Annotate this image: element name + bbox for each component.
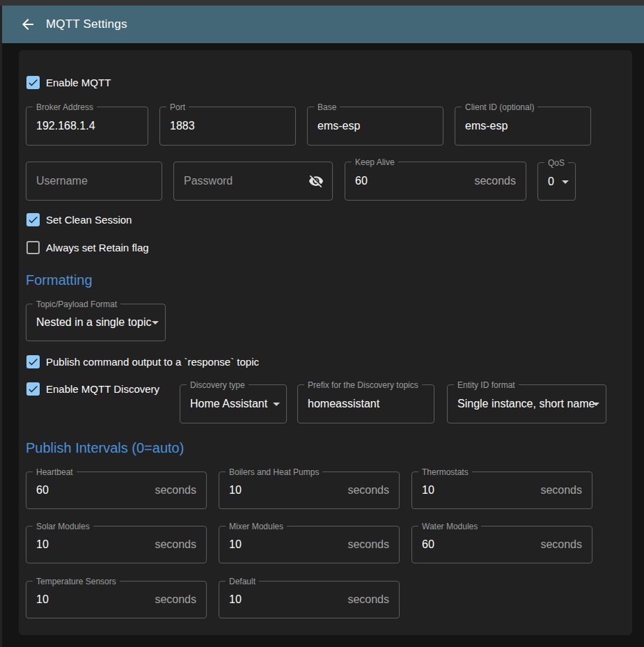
broker-address-field: Broker Address	[26, 107, 148, 146]
settings-card: Enable MQTT Broker Address Port Base Cli…	[19, 50, 632, 635]
discovery-prefix-label: Prefix for the Discovery topics	[304, 380, 422, 391]
qos-value: 0	[548, 176, 554, 188]
client-id-field: Client ID (optional)	[455, 107, 591, 146]
keep-alive-field: Keep Alive seconds	[345, 162, 526, 201]
retain-flag-checkbox[interactable]	[26, 241, 40, 254]
base-input[interactable]	[308, 107, 443, 145]
discovery-prefix-field: Prefix for the Discovery topics	[297, 384, 434, 423]
qos-label: QoS	[544, 157, 568, 169]
default-interval-field: Default seconds	[219, 581, 400, 618]
qos-select[interactable]: QoS 0	[537, 162, 576, 201]
entity-id-format-value: Single instance, short name	[457, 398, 595, 410]
mixer-modules-field: Mixer Modules seconds	[219, 526, 400, 563]
chevron-down-icon	[273, 403, 280, 406]
thermostats-label: Thermostats	[418, 467, 472, 478]
toggle-password-visibility-button[interactable]	[306, 171, 326, 191]
appbar: MQTT Settings	[2, 6, 644, 43]
port-input[interactable]	[160, 107, 295, 145]
topic-format-label: Topic/Payload Format	[33, 299, 120, 310]
discovery-type-select[interactable]: Discovery type Home Assistant	[180, 384, 287, 423]
port-label: Port	[166, 102, 189, 113]
password-field	[173, 162, 333, 201]
base-label: Base	[314, 102, 340, 113]
discovery-type-label: Discovery type	[187, 380, 249, 391]
enable-mqtt-checkbox[interactable]	[26, 76, 40, 89]
entity-id-format-label: Entity ID format	[454, 380, 519, 391]
keep-alive-label: Keep Alive	[352, 157, 398, 168]
visibility-off-icon	[308, 173, 324, 189]
mixer-modules-label: Mixer Modules	[226, 521, 287, 532]
back-button[interactable]	[19, 16, 36, 33]
publish-intervals-heading: Publish Intervals (0=auto)	[26, 440, 184, 456]
window-left-strip	[0, 6, 2, 647]
window-top-strip	[0, 0, 644, 6]
solar-modules-field: Solar Modules seconds	[26, 526, 207, 563]
boilers-field: Boilers and Heat Pumps seconds	[219, 471, 400, 509]
enable-mqtt-label: Enable MQTT	[46, 76, 111, 90]
discovery-prefix-input[interactable]	[298, 385, 434, 423]
clean-session-label: Set Clean Session	[46, 213, 132, 227]
username-field	[26, 162, 162, 201]
solar-modules-label: Solar Modules	[33, 521, 93, 532]
thermostats-field: Thermostats seconds	[411, 471, 592, 509]
port-field: Port	[159, 107, 296, 146]
mqtt-discovery-checkbox[interactable]	[26, 382, 40, 396]
entity-id-format-select[interactable]: Entity ID format Single instance, short …	[447, 384, 606, 423]
arrow-left-icon	[19, 16, 36, 33]
formatting-heading: Formatting	[26, 272, 93, 288]
boilers-label: Boilers and Heat Pumps	[226, 467, 322, 478]
response-topic-label: Publish command output to a `response` t…	[46, 355, 259, 369]
clean-session-checkbox[interactable]	[26, 213, 40, 226]
mqtt-discovery-label: Enable MQTT Discovery	[46, 382, 159, 396]
chevron-down-icon	[152, 321, 159, 325]
client-id-input[interactable]	[455, 107, 590, 145]
temperature-sensors-field: Temperature Sensors seconds	[26, 581, 207, 618]
username-input[interactable]	[26, 162, 162, 200]
temperature-sensors-label: Temperature Sensors	[33, 576, 120, 587]
default-interval-label: Default	[226, 576, 259, 587]
page-title: MQTT Settings	[46, 17, 127, 31]
chevron-down-icon	[562, 180, 569, 184]
heartbeat-field: Heartbeat seconds	[26, 471, 207, 509]
broker-address-label: Broker Address	[33, 102, 97, 113]
base-field: Base	[307, 107, 443, 146]
water-modules-field: Water Modules seconds	[411, 526, 592, 563]
response-topic-checkbox[interactable]	[26, 355, 40, 368]
client-id-label: Client ID (optional)	[462, 102, 537, 113]
topic-format-select[interactable]: Topic/Payload Format Nested in a single …	[26, 304, 166, 341]
broker-address-input[interactable]	[26, 107, 148, 145]
heartbeat-label: Heartbeat	[33, 467, 77, 478]
retain-flag-label: Always set Retain flag	[46, 241, 149, 255]
topic-format-value: Nested in a single topic	[36, 316, 151, 329]
water-modules-label: Water Modules	[418, 521, 481, 532]
chevron-down-icon	[592, 403, 599, 406]
discovery-type-value: Home Assistant	[190, 398, 267, 410]
keep-alive-input[interactable]	[345, 162, 526, 200]
